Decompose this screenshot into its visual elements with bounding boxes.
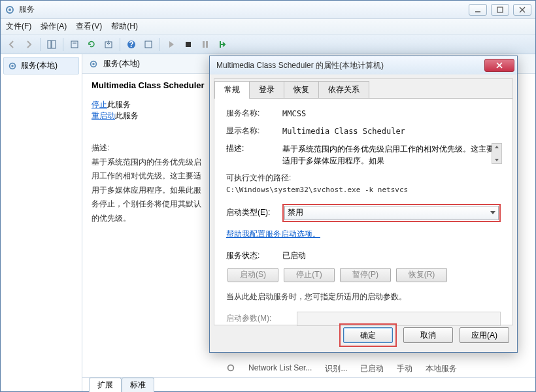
svg-point-18: [11, 65, 14, 67]
menu-help[interactable]: 帮助(H): [111, 21, 138, 32]
svg-rect-15: [203, 41, 205, 48]
svg-rect-13: [145, 41, 152, 48]
restart-suffix: 此服务: [115, 111, 139, 120]
show-hide-tree-button[interactable]: [44, 37, 59, 52]
svg-rect-7: [52, 41, 56, 48]
label-description: 描述:: [226, 143, 282, 154]
svg-rect-16: [206, 41, 208, 48]
restart-service-button[interactable]: [215, 37, 229, 52]
chevron-down-icon: [490, 211, 495, 214]
restart-link[interactable]: 重启动: [92, 111, 115, 120]
pause-service-button[interactable]: [198, 37, 212, 52]
stop-link[interactable]: 停止: [92, 100, 107, 109]
start-button[interactable]: 启动(S): [227, 268, 278, 282]
properties-button[interactable]: [67, 37, 82, 52]
value-status: 已启动: [282, 250, 306, 261]
svg-rect-6: [48, 41, 51, 48]
help-button[interactable]: ?: [124, 37, 139, 52]
menubar: 文件(F) 操作(A) 查看(V) 帮助(H): [1, 19, 535, 35]
dialog-content: 服务名称: MMCSS 显示名称: Multimedia Class Sched…: [214, 99, 512, 335]
tab-dependencies[interactable]: 依存关系: [318, 81, 369, 98]
row-c3: 手动: [397, 363, 412, 374]
right-header-title: 服务(本地): [103, 58, 140, 69]
description-text: 基于系统范围内的任务优先级启用工作的相对优先级。这主要适用于多媒体应用程序。如果…: [92, 155, 203, 226]
svg-rect-3: [497, 7, 503, 12]
main-titlebar: 服务: [1, 1, 535, 19]
window-title: 服务: [19, 4, 469, 15]
export-button[interactable]: [101, 37, 116, 52]
dialog-footer: 确定 取消 应用(A): [339, 323, 509, 347]
dialog-close-button[interactable]: [484, 59, 514, 72]
description-scrollbar[interactable]: [492, 143, 502, 164]
startup-params-hint: 当从此处启动服务时，您可指定所适用的启动参数。: [226, 291, 501, 302]
separator: [159, 38, 160, 51]
gear-icon: [226, 363, 235, 372]
svg-rect-14: [186, 42, 191, 47]
stop-suffix: 此服务: [107, 100, 131, 109]
label-service-name: 服务名称:: [226, 108, 282, 119]
footer-tabs: 扩展 标准: [82, 377, 535, 391]
tab-logon[interactable]: 登录: [249, 81, 284, 98]
tab-standard[interactable]: 标准: [122, 378, 154, 392]
row-c1: 识别...: [325, 363, 347, 374]
forward-button[interactable]: [22, 37, 36, 52]
resume-button[interactable]: 恢复(R): [396, 268, 447, 282]
label-status: 服务状态:: [226, 250, 282, 261]
value-exe-path: C:\Windows\system32\svchost.exe -k netsv…: [226, 184, 501, 196]
svg-point-1: [8, 8, 11, 11]
tab-general[interactable]: 常规: [214, 81, 250, 99]
dialog-titlebar: Multimedia Class Scheduler 的属性(本地计算机): [210, 56, 517, 74]
row-c4: 本地服务: [426, 363, 457, 374]
separator: [40, 38, 41, 51]
highlight-startup-type: 禁用: [282, 204, 501, 222]
label-display-name: 显示名称:: [226, 125, 282, 137]
separator: [120, 38, 120, 51]
svg-point-21: [228, 365, 234, 371]
startup-type-value: 禁用: [288, 207, 303, 218]
config-help-link[interactable]: 帮助我配置服务启动选项。: [226, 229, 320, 240]
menu-view[interactable]: 查看(V): [76, 21, 102, 32]
dialog-body: 常规 登录 恢复 依存关系 服务名称: MMCSS 显示名称: Multimed…: [214, 78, 513, 325]
value-service-name: MMCSS: [282, 109, 501, 118]
dialog-title: Multimedia Class Scheduler 的属性(本地计算机): [216, 60, 484, 71]
separator: [63, 38, 63, 51]
menu-action[interactable]: 操作(A): [41, 21, 67, 32]
menu-file[interactable]: 文件(F): [6, 21, 31, 32]
tree-item-services-local[interactable]: 服务(本地): [3, 57, 79, 74]
toolbar-button[interactable]: [141, 37, 156, 52]
gear-icon: [89, 59, 98, 69]
svg-point-20: [92, 63, 95, 65]
cancel-button[interactable]: 取消: [403, 327, 453, 343]
pause-button[interactable]: 暂停(P): [340, 268, 391, 282]
dialog-tabs: 常规 登录 恢复 依存关系: [214, 79, 512, 99]
stop-button[interactable]: 停止(T): [284, 268, 335, 282]
window-controls: [469, 4, 531, 16]
toolbar: ?: [1, 35, 535, 54]
value-display-name: Multimedia Class Scheduler: [282, 127, 501, 136]
close-button[interactable]: [513, 4, 531, 16]
refresh-button[interactable]: [84, 37, 99, 52]
tree-item-label: 服务(本地): [21, 60, 58, 71]
service-control-buttons: 启动(S) 停止(T) 暂停(P) 恢复(R): [226, 268, 501, 282]
startup-type-select[interactable]: 禁用: [284, 206, 499, 220]
svg-rect-8: [71, 41, 78, 48]
description-box: 基于系统范围内的任务优先级启用工作的相对优先级。这主要适用于多媒体应用程序。如果: [282, 143, 501, 167]
ok-button[interactable]: 确定: [343, 327, 393, 343]
value-description: 基于系统范围内的任务优先级启用工作的相对优先级。这主要适用于多媒体应用程序。如果: [282, 144, 494, 165]
tab-recovery[interactable]: 恢复: [284, 81, 319, 98]
start-service-button[interactable]: [164, 37, 178, 52]
tab-extended[interactable]: 扩展: [89, 378, 122, 392]
left-tree-panel: 服务(本地): [1, 54, 82, 391]
row-c2: 已启动: [360, 363, 384, 374]
back-button[interactable]: [5, 37, 19, 52]
highlight-ok-button: 确定: [339, 323, 397, 347]
maximize-button[interactable]: [491, 4, 509, 16]
label-startup-type: 启动类型(E):: [226, 207, 282, 218]
label-start-params: 启动参数(M):: [226, 313, 297, 324]
exe-path-block: 可执行文件的路径: C:\Windows\system32\svchost.ex…: [226, 172, 501, 196]
stop-service-button[interactable]: [181, 37, 195, 52]
list-row-partial: Network List Ser... 识别... 已启动 手动 本地服务: [226, 363, 535, 374]
minimize-button[interactable]: [469, 4, 487, 16]
apply-button[interactable]: 应用(A): [460, 327, 509, 343]
services-icon: [5, 5, 15, 15]
